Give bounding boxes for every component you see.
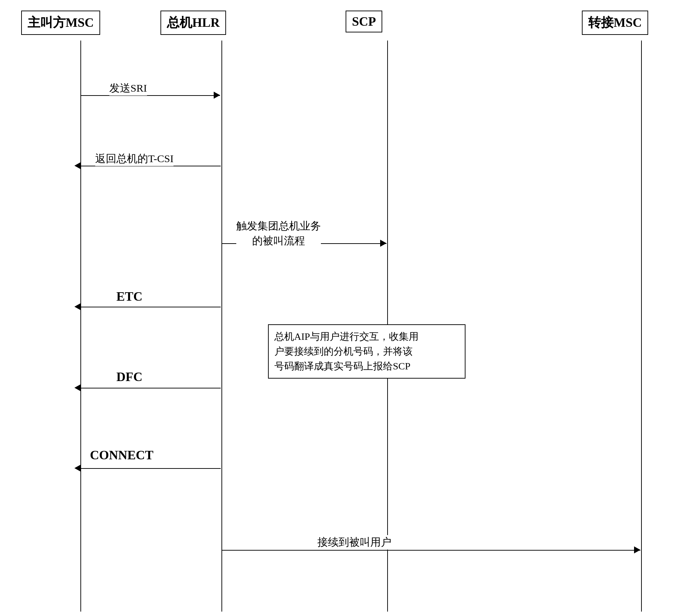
arrowhead-connect [74,465,81,472]
arrow-connect [81,468,221,469]
note-aip: 总机AIP与用户进行交互，收集用户要接续到的分机号码，并将该号码翻译成真实号码上… [268,324,465,379]
label-connect-called: 接续到被叫用户 [317,535,391,550]
arrowhead-connect-called [634,546,640,553]
label-dfc: DFC [116,369,142,384]
arrow-send-sri [81,95,220,96]
entity-msc-transfer: 转接MSC [582,11,648,35]
label-trigger: 触发集团总机业务的被叫流程 [236,219,321,248]
sequence-diagram: 主叫方MSC 总机HLR SCP 转接MSC 发送SRI 返回总机的T-CSI … [0,0,700,613]
label-send-sri: 发送SRI [109,81,147,96]
lifeline-msc-caller [80,41,81,612]
entity-hlr: 总机HLR [160,11,226,35]
arrowhead-return-tcsi [74,162,81,169]
lifeline-hlr [221,41,222,612]
arrow-etc [81,307,221,307]
entity-scp: SCP [346,11,382,32]
label-connect: CONNECT [90,448,153,462]
label-return-tcsi: 返回总机的T-CSI [95,152,174,166]
arrowhead-dfc [74,384,81,391]
arrowhead-send-sri [214,92,220,99]
label-etc: ETC [116,289,142,304]
arrow-dfc [81,388,221,388]
entity-msc-caller: 主叫方MSC [21,11,100,35]
arrow-connect-called [222,550,640,551]
lifeline-msc-transfer [641,41,642,612]
arrowhead-etc [74,303,81,310]
arrowhead-trigger [380,240,386,247]
